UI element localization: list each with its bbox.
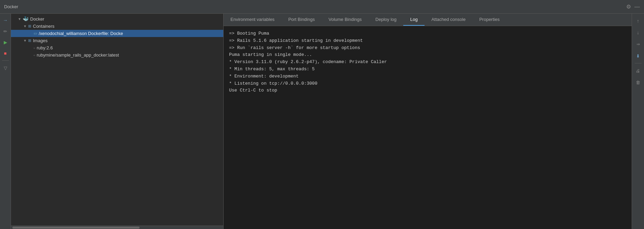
image-icon-rubymine: ▫ xyxy=(34,53,35,57)
scroll-down-button[interactable]: ↓ xyxy=(634,28,643,37)
minimize-icon[interactable]: — xyxy=(634,4,640,10)
right-panel: Environment variables Port Bindings Volu… xyxy=(224,14,632,229)
toolbar-divider-1 xyxy=(2,60,9,61)
tree-label-containers: Containers xyxy=(33,24,55,29)
containers-icon: ⊞ xyxy=(28,24,31,28)
image-icon-ruby: ▫ xyxy=(34,46,35,50)
clear-button[interactable]: 🗑 xyxy=(634,78,643,87)
right-toolbar-divider xyxy=(635,63,642,63)
tab-deploy-log[interactable]: Deploy log xyxy=(369,14,403,26)
tree-label-rubymine-sample: rubymine/sample_rails_app_docker:latest xyxy=(37,52,119,58)
soft-wrap-button[interactable]: ⇒ xyxy=(634,40,643,49)
title-bar-controls: ⚙ — xyxy=(626,3,640,10)
log-line-7: * Environment: development xyxy=(229,73,626,80)
log-line-9: Use Ctrl-C to stop xyxy=(229,87,626,94)
log-line-8: * Listening on tcp://0.0.0.0:3000 xyxy=(229,80,626,87)
tree-label-ruby26: ruby:2.6 xyxy=(37,45,53,50)
tree-scrollbar[interactable] xyxy=(11,226,223,229)
arrow-containers: ▼ xyxy=(23,24,28,28)
edit-button[interactable]: ✏ xyxy=(1,27,10,36)
tree-item-xenodochial[interactable]: ▭ /xenodochial_williamson Dockerfile: Do… xyxy=(11,30,223,37)
tree-label-images: Images xyxy=(33,38,48,43)
tab-log[interactable]: Log xyxy=(403,14,425,26)
log-line-5: * Version 3.11.0 (ruby 2.6.2-p47), coden… xyxy=(229,59,626,66)
tree-item-ruby26[interactable]: ▫ ruby:2.6 xyxy=(11,44,223,51)
tab-port-bindings[interactable]: Port Bindings xyxy=(282,14,322,26)
tab-properties[interactable]: Properties xyxy=(473,14,506,26)
tree-item-docker[interactable]: ▼ 🐳 Docker xyxy=(11,15,223,23)
container-item-icon: ▭ xyxy=(34,31,37,36)
log-line-1: => Booting Puma xyxy=(229,30,626,37)
tree-panel: ▼ 🐳 Docker ▼ ⊞ Containers ▭ /xenodochial… xyxy=(11,14,224,229)
download-button[interactable]: ⬇ xyxy=(634,51,643,60)
scroll-up-button[interactable]: ↑ xyxy=(634,16,643,25)
tab-volume-bindings[interactable]: Volume Bindings xyxy=(322,14,369,26)
settings-icon[interactable]: ⚙ xyxy=(626,3,631,10)
tree-item-containers[interactable]: ▼ ⊞ Containers xyxy=(11,23,223,30)
tree-item-rubymine-sample[interactable]: ▫ rubymine/sample_rails_app_docker:lates… xyxy=(11,51,223,59)
tree-scrollbar-thumb xyxy=(12,227,140,229)
tab-environment-variables[interactable]: Environment variables xyxy=(224,14,282,26)
tab-attached-console[interactable]: Attached console xyxy=(425,14,473,26)
log-area[interactable]: => Booting Puma => Rails 5.1.6 applicati… xyxy=(224,26,632,229)
title-bar-left: Docker xyxy=(4,4,18,9)
main-layout: → ✏ ▶ ■ ▽ ▼ 🐳 Docker ▼ ⊞ Containers ▭ xyxy=(0,14,644,229)
filter-button[interactable]: ▽ xyxy=(1,63,10,72)
tree-item-images[interactable]: ▼ ⊞ Images xyxy=(11,37,223,44)
run-button[interactable]: ▶ xyxy=(1,38,10,47)
connect-button[interactable]: → xyxy=(1,16,10,25)
docker-icon: 🐳 xyxy=(23,16,28,22)
print-button[interactable]: 🖨 xyxy=(634,66,643,75)
title-bar: Docker ⚙ — xyxy=(0,0,644,14)
log-line-2: => Rails 5.1.6 application starting in d… xyxy=(229,37,626,45)
arrow-docker: ▼ xyxy=(18,17,23,21)
tab-bar: Environment variables Port Bindings Volu… xyxy=(224,14,632,26)
stop-button[interactable]: ■ xyxy=(1,49,10,58)
tree-label-xenodochial: /xenodochial_williamson Dockerfile: Dock… xyxy=(39,31,123,36)
right-toolbar: ↑ ↓ ⇒ ⬇ 🖨 🗑 xyxy=(632,14,644,229)
title-bar-title: Docker xyxy=(4,4,18,9)
log-line-4: Puma starting in single mode... xyxy=(229,51,626,59)
log-line-3: => Run `rails server -h` for more startu… xyxy=(229,45,626,52)
images-icon: ⊞ xyxy=(28,38,31,43)
tree-label-docker: Docker xyxy=(30,16,44,22)
arrow-images: ▼ xyxy=(23,39,28,43)
log-line-6: * Min threads: 5, max threads: 5 xyxy=(229,66,626,73)
left-toolbar: → ✏ ▶ ■ ▽ xyxy=(0,14,11,229)
tree-content: ▼ 🐳 Docker ▼ ⊞ Containers ▭ /xenodochial… xyxy=(11,14,223,226)
